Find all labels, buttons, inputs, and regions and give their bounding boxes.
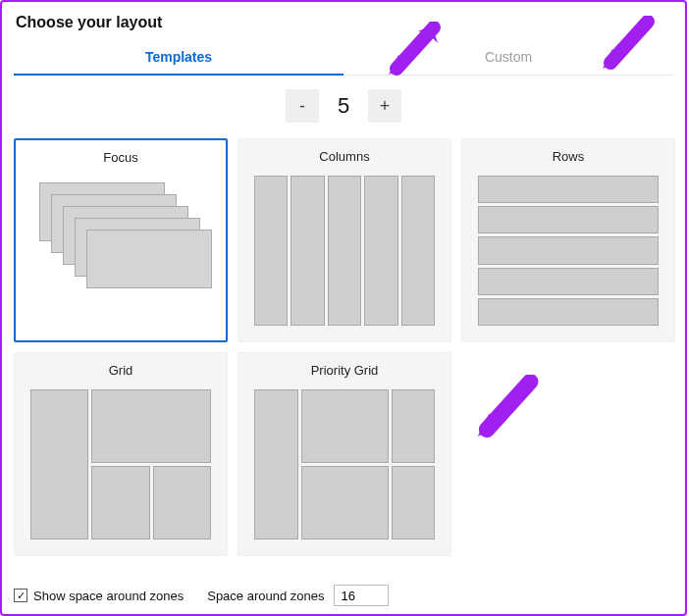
template-preview	[238, 170, 450, 341]
space-around-zones-field: Space around zones	[207, 585, 389, 606]
footer-controls: ✓ Show space around zones Space around z…	[14, 585, 673, 606]
template-preview	[462, 170, 674, 341]
increment-button[interactable]: +	[368, 89, 401, 123]
template-label: Focus	[16, 140, 226, 171]
tabs: Templates Custom	[14, 41, 673, 76]
layout-editor-panel: Choose your layout Templates Custom - 5 …	[0, 0, 687, 616]
show-space-label: Show space around zones	[33, 589, 184, 603]
template-priority-grid[interactable]: Priority Grid	[238, 352, 451, 556]
template-grid-layout[interactable]: Grid	[14, 352, 228, 556]
template-focus[interactable]: Focus	[14, 138, 228, 342]
template-label: Grid	[15, 353, 227, 384]
template-rows[interactable]: Rows	[461, 138, 675, 342]
show-space-checkbox[interactable]: ✓ Show space around zones	[14, 589, 184, 603]
tab-custom[interactable]: Custom	[344, 41, 673, 75]
template-preview	[16, 171, 226, 340]
template-columns[interactable]: Columns	[238, 138, 451, 342]
template-label: Rows	[462, 139, 674, 170]
decrement-button[interactable]: -	[286, 89, 319, 123]
tab-templates[interactable]: Templates	[14, 41, 344, 75]
checkbox-icon: ✓	[14, 589, 27, 602]
template-preview	[15, 384, 227, 555]
space-input[interactable]	[334, 585, 389, 606]
space-label: Space around zones	[207, 589, 324, 603]
template-label: Priority Grid	[238, 353, 450, 384]
template-grid: Focus Columns	[14, 132, 673, 556]
zone-count-stepper: - 5 +	[14, 76, 673, 132]
template-preview	[238, 384, 450, 555]
zone-count-value: 5	[325, 93, 362, 119]
page-title: Choose your layout	[14, 12, 673, 41]
template-label: Columns	[238, 139, 450, 170]
